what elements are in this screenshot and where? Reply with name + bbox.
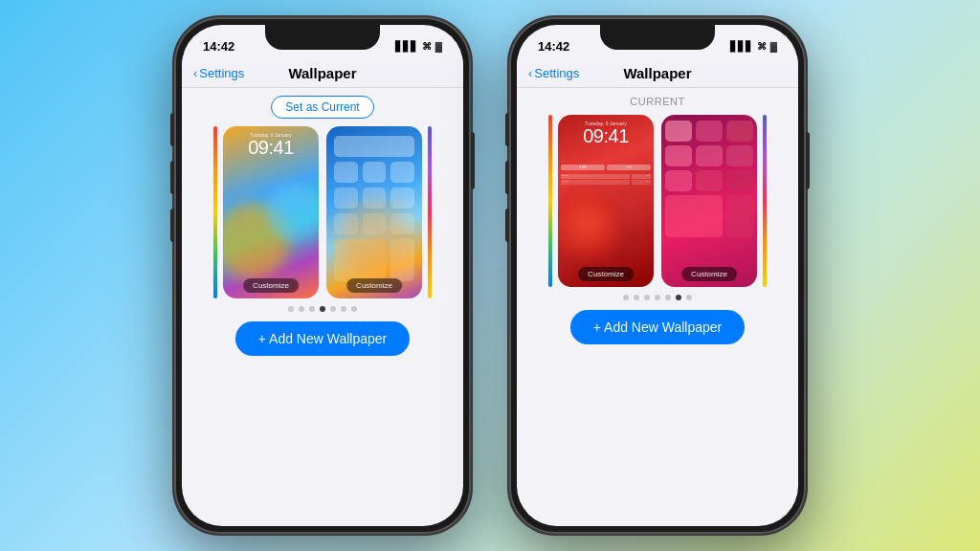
card-top-left: Tuesday, 9 January 09:41 — [223, 126, 319, 157]
back-label-right: Settings — [534, 66, 579, 80]
card-time-right: 09:41 — [564, 126, 648, 145]
card-time-left: 09:41 — [229, 138, 313, 157]
dot-6 — [341, 306, 346, 312]
screen-content-right: CURRENT Tuesday, 9 January 09:41 8 AM — [517, 88, 798, 520]
wallpaper-row-right: Tuesday, 9 January 09:41 8 AM 73% SBLUE … — [541, 115, 774, 287]
wallpaper-cards-left: Tuesday, 9 January 09:41 Customize — [223, 126, 422, 298]
status-icons-right: ▋▋▋ ⌘ ▓ — [730, 41, 777, 52]
lock-screen-card-left[interactable]: Tuesday, 9 January 09:41 Customize — [223, 126, 319, 298]
battery-icon-right: ▓ — [770, 41, 777, 52]
rdot-6-active — [676, 295, 681, 300]
phone-right: 14:42 ▋▋▋ ⌘ ▓ ‹ Settings Wallpaper CURRE… — [509, 17, 806, 534]
page-dots-right — [623, 295, 692, 300]
rdot-3 — [644, 295, 650, 300]
status-icons-left: ▋▋▋ ⌘ ▓ — [395, 41, 442, 52]
dot-1 — [288, 306, 294, 312]
dot-2 — [299, 306, 304, 312]
dot-4-active — [320, 306, 325, 312]
status-time-right: 14:42 — [538, 39, 569, 54]
rdot-7 — [686, 295, 692, 300]
wallpaper-cards-right: Tuesday, 9 January 09:41 8 AM 73% SBLUE … — [558, 115, 757, 287]
color-stripe-right-left — [428, 126, 432, 298]
dot-7 — [351, 306, 357, 312]
add-wallpaper-button-right[interactable]: + Add New Wallpaper — [570, 310, 746, 344]
chevron-left-icon-right: ‹ — [528, 66, 532, 80]
wallpaper-row-left: Tuesday, 9 January 09:41 Customize — [206, 126, 439, 298]
back-label-left: Settings — [199, 66, 244, 80]
notch-right — [600, 25, 715, 50]
rdot-2 — [634, 295, 639, 300]
phone-screen-left: 14:42 ▋▋▋ ⌘ ▓ ‹ Settings Wallpaper Set a… — [182, 25, 463, 526]
nav-bar-right: ‹ Settings Wallpaper — [517, 59, 798, 88]
page-title-right: Wallpaper — [623, 65, 691, 81]
dot-5 — [330, 306, 336, 312]
status-time-left: 14:42 — [203, 39, 234, 54]
home-screen-card-left[interactable]: Customize — [326, 126, 422, 298]
notch-left — [265, 25, 380, 50]
back-button-right[interactable]: ‹ Settings — [528, 66, 579, 80]
color-stripe-left — [213, 126, 217, 298]
card-customize-home-right[interactable]: Customize — [681, 267, 737, 281]
wifi-icon-left: ⌘ — [422, 41, 432, 52]
lock-screen-card-right[interactable]: Tuesday, 9 January 09:41 8 AM 73% SBLUE … — [558, 115, 654, 287]
signal-icon-left: ▋▋▋ — [395, 41, 418, 52]
screen-content-left: Set as Current Tuesday, 9 January 09:41 — [182, 88, 463, 520]
chevron-left-icon: ‹ — [193, 66, 197, 80]
color-stripe-right-right — [763, 115, 767, 287]
rdot-4 — [655, 295, 660, 300]
rdot-1 — [623, 295, 629, 300]
wifi-icon-right: ⌘ — [757, 41, 767, 52]
add-wallpaper-button-left[interactable]: + Add New Wallpaper — [235, 321, 411, 356]
card-customize-lock-left[interactable]: Customize — [243, 278, 299, 293]
current-label: CURRENT — [630, 96, 684, 107]
set-as-current-button[interactable]: Set as Current — [271, 96, 373, 119]
phone-screen-right: 14:42 ▋▋▋ ⌘ ▓ ‹ Settings Wallpaper CURRE… — [517, 25, 798, 526]
back-button-left[interactable]: ‹ Settings — [193, 66, 244, 80]
home-screen-card-right[interactable]: Customize — [661, 115, 757, 287]
battery-icon-left: ▓ — [435, 41, 442, 52]
phone-left: 14:42 ▋▋▋ ⌘ ▓ ‹ Settings Wallpaper Set a… — [174, 17, 471, 534]
card-top-right: Tuesday, 9 January 09:41 — [558, 115, 654, 145]
signal-icon-right: ▋▋▋ — [730, 41, 753, 52]
page-title-left: Wallpaper — [288, 65, 356, 81]
card-customize-home-left[interactable]: Customize — [346, 278, 402, 293]
rdot-5 — [665, 295, 671, 300]
dot-3 — [309, 306, 315, 312]
color-stripe-left-right — [548, 115, 552, 287]
nav-bar-left: ‹ Settings Wallpaper — [182, 59, 463, 88]
card-customize-lock-right[interactable]: Customize — [578, 267, 634, 281]
page-dots-left — [288, 306, 357, 312]
